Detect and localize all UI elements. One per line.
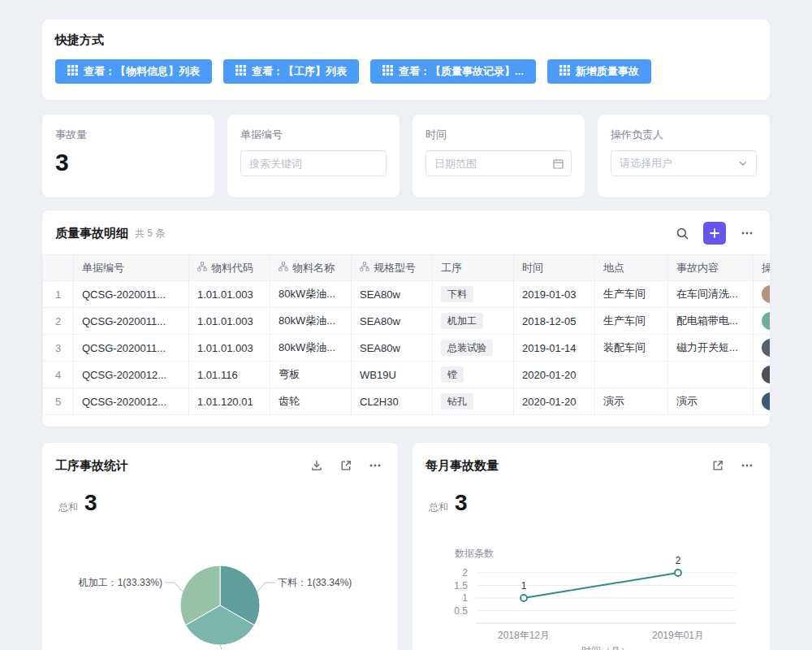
download-icon[interactable]	[307, 456, 326, 475]
doc-no-filter-card: 单据编号	[227, 115, 400, 197]
user-select-placeholder: 请选择用户	[620, 156, 672, 171]
open-external-icon[interactable]	[336, 456, 356, 475]
column-header-material-name[interactable]: 物料名称	[270, 255, 352, 281]
accident-count-label: 事故量	[55, 128, 201, 142]
shortcut-button-material-list[interactable]: 查看：【物料信息】列表	[55, 59, 212, 84]
column-header-doc-no[interactable]: 单据编号	[74, 255, 189, 281]
line-total-label: 总和	[429, 500, 448, 514]
y-tick: 1.5	[454, 580, 468, 592]
shortcuts-card: 快捷方式 查看：【物料信息】列表 查看：【工序】列表 查看：【质量事故记录】..…	[42, 20, 770, 100]
cell-time: 2018-12-05	[514, 308, 595, 335]
cell-process: 总装试验	[433, 335, 514, 362]
line-total-value: 3	[455, 490, 468, 516]
doc-search-input[interactable]	[240, 150, 387, 176]
y-axis-title: 数据条数	[455, 548, 494, 559]
grid-icon	[67, 65, 78, 78]
open-external-icon[interactable]	[708, 456, 728, 475]
relation-icon	[279, 262, 288, 274]
data-point[interactable]	[520, 595, 527, 601]
column-header-time[interactable]: 时间	[514, 255, 595, 281]
cell-content: 配电箱带电...	[668, 308, 754, 335]
cell-place	[595, 362, 668, 388]
table-row[interactable]: 2 QCSG-2020011... 1.01.01.003 80kW柴油... …	[43, 308, 771, 335]
cell-doc-no: QCSG-2020011...	[74, 335, 189, 362]
cell-material-name: 弯板	[270, 362, 352, 388]
avatar	[762, 285, 770, 303]
more-menu-icon[interactable]	[737, 223, 757, 243]
table-row[interactable]: 5 QCSG-2020012... 1.01.120.01 齿轮 CL2H30 …	[43, 388, 771, 415]
table-row[interactable]: 3 QCSG-2020011... 1.01.01.003 80kW柴油... …	[43, 335, 771, 362]
column-header-content[interactable]: 事故内容	[668, 255, 754, 281]
pie-chart: 机加工：1(33.33%) 下料：1(33.34%) 总装试验：1(33.33%…	[42, 527, 398, 650]
shortcut-button-label: 新增质量事故	[576, 64, 639, 79]
cell-content: 磁力开关短...	[668, 335, 754, 362]
more-menu-icon[interactable]	[365, 456, 385, 475]
row-index: 4	[43, 362, 74, 388]
column-header-material-code[interactable]: 物料代码	[189, 255, 270, 281]
cell-operator	[754, 308, 771, 335]
table-row[interactable]: 1 QCSG-2020011... 1.01.01.003 80kW柴油... …	[43, 281, 771, 308]
cell-material-code: 1.01.120.01	[189, 388, 270, 415]
row-index: 3	[43, 335, 74, 362]
process-tag: 下料	[441, 286, 473, 302]
x-tick: 2018年12月	[498, 630, 550, 641]
cell-material-code: 1.01.116	[189, 362, 270, 388]
x-tick: 2019年01月	[652, 630, 704, 641]
cell-doc-no: QCSG-2020011...	[74, 308, 189, 335]
cell-time: 2019-01-03	[514, 281, 595, 308]
cell-doc-no: QCSG-2020012...	[74, 388, 189, 415]
cell-time: 2019-01-14	[514, 335, 595, 362]
cell-doc-no: QCSG-2020012...	[74, 362, 189, 388]
add-record-button[interactable]	[703, 222, 726, 245]
cell-spec: SEA80w	[352, 281, 433, 308]
cell-material-name: 齿轮	[270, 388, 352, 415]
cell-material-name: 80kW柴油...	[270, 281, 352, 308]
cell-process: 机加工	[433, 308, 514, 335]
process-tag: 总装试验	[441, 340, 493, 356]
cell-material-code: 1.01.01.003	[189, 281, 270, 308]
data-point-label: 1	[521, 580, 527, 592]
user-select[interactable]: 请选择用户	[611, 150, 757, 176]
x-axis-title: 时间（月）	[581, 645, 630, 650]
shortcut-button-new-accident[interactable]: 新增质量事故	[547, 59, 651, 84]
calendar-icon	[552, 158, 564, 170]
cell-place: 装配车间	[595, 335, 668, 362]
shortcut-button-process-list[interactable]: 查看：【工序】列表	[223, 59, 359, 84]
column-header-spec[interactable]: 规格型号	[352, 255, 433, 281]
cell-spec: CL2H30	[352, 388, 433, 415]
accident-detail-card: 质量事故明细 共 5 条 单据编号 物料代码 物料名称 规格型号 工序	[42, 210, 770, 427]
column-header-process[interactable]: 工序	[433, 255, 514, 281]
y-tick: 2	[462, 567, 468, 578]
cell-time: 2020-01-20	[514, 388, 595, 415]
cell-content: 在车间清洗...	[668, 281, 754, 308]
relation-icon	[360, 262, 369, 274]
avatar	[762, 392, 770, 410]
date-range-input[interactable]	[425, 150, 572, 176]
pie-label-xialiao: 下料：1(33.34%)	[278, 577, 352, 588]
pie-total-label: 总和	[58, 500, 78, 514]
cell-spec: SEA80w	[352, 335, 433, 362]
column-header-operator[interactable]: 操作负责人	[754, 255, 771, 281]
cell-place: 生产车间	[595, 308, 668, 335]
relation-icon	[197, 262, 207, 274]
operator-filter-card: 操作负责人 请选择用户	[598, 115, 770, 197]
table-title: 质量事故明细	[55, 226, 128, 241]
row-index: 5	[43, 388, 74, 415]
process-tag: 镗	[441, 366, 464, 383]
cell-operator	[754, 362, 771, 388]
column-header-place[interactable]: 地点	[595, 255, 668, 281]
cell-content: 演示	[668, 388, 754, 415]
grid-icon	[382, 65, 393, 78]
row-index: 2	[43, 308, 74, 335]
more-menu-icon[interactable]	[737, 456, 757, 475]
search-icon[interactable]	[672, 223, 692, 243]
cell-doc-no: QCSG-2020011...	[74, 281, 189, 308]
process-tag: 机加工	[441, 313, 483, 329]
shortcut-button-accident-record-list[interactable]: 查看：【质量事故记录】...	[370, 59, 536, 84]
cell-material-code: 1.01.01.003	[189, 335, 270, 362]
doc-no-filter-label: 单据编号	[240, 128, 387, 142]
process-accident-stats-card: 工序事故统计 总和 3 机加工：1(33.33%) 下料：1(33.3	[42, 443, 398, 650]
monthly-accident-count-card: 每月事故数量 总和 3 数据条数 2 1.5 1 0.5	[412, 443, 770, 650]
data-point[interactable]	[675, 570, 681, 576]
table-row[interactable]: 4 QCSG-2020012... 1.01.116 弯板 WB19U 镗 20…	[43, 362, 771, 388]
